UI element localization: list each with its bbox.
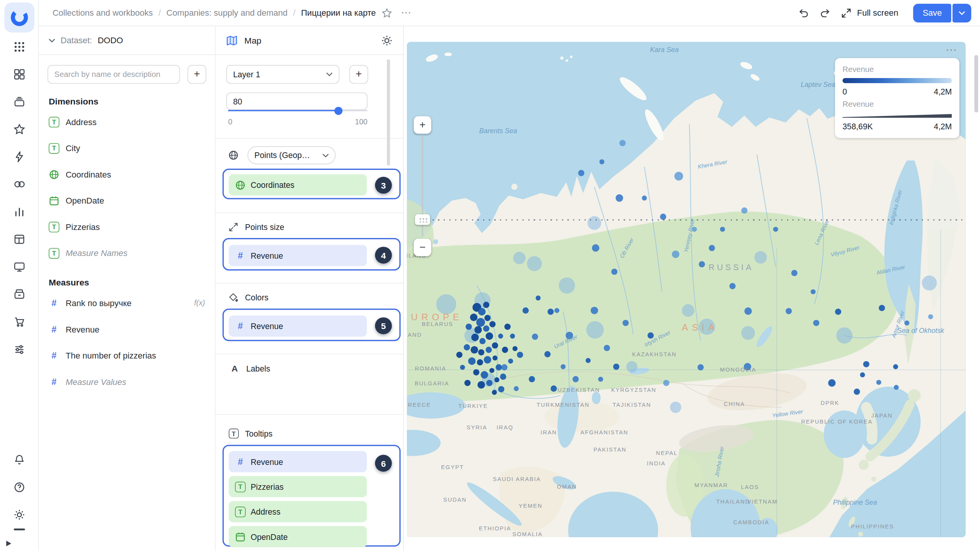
map-point[interactable] bbox=[436, 294, 456, 314]
map-point[interactable] bbox=[613, 364, 619, 370]
map-point[interactable] bbox=[466, 324, 472, 330]
breadcrumb-collections[interactable]: Collections and workbooks bbox=[52, 8, 153, 17]
map-point[interactable] bbox=[611, 269, 617, 275]
map-point[interactable] bbox=[544, 351, 550, 357]
layer-select[interactable]: Layer 1 bbox=[226, 65, 340, 84]
play-icon[interactable] bbox=[5, 540, 13, 548]
dataset-header[interactable]: Dataset: DODO bbox=[39, 26, 215, 55]
field-rank[interactable]: # Rank по выручке f(x) bbox=[39, 290, 215, 316]
map-point[interactable] bbox=[486, 333, 493, 340]
map-point[interactable] bbox=[476, 318, 485, 327]
all-services-grid-icon[interactable] bbox=[13, 41, 25, 53]
map-point[interactable] bbox=[904, 321, 909, 326]
field-coordinates[interactable]: Coordinates bbox=[39, 161, 215, 187]
map-point[interactable] bbox=[529, 376, 535, 382]
map-point[interactable] bbox=[672, 251, 679, 258]
map-point[interactable] bbox=[483, 302, 489, 308]
map-point[interactable] bbox=[560, 364, 565, 369]
chip-tooltip-address[interactable]: T Address bbox=[229, 501, 367, 522]
map-point[interactable] bbox=[619, 140, 626, 146]
map-point[interactable] bbox=[473, 369, 479, 375]
map-point[interactable] bbox=[835, 309, 841, 315]
map-point[interactable] bbox=[720, 227, 725, 232]
map-point[interactable] bbox=[477, 359, 483, 365]
map-point[interactable] bbox=[550, 385, 557, 391]
map-point[interactable] bbox=[566, 332, 573, 339]
chart-settings-gear-icon[interactable] bbox=[381, 34, 393, 47]
map-point[interactable] bbox=[486, 347, 492, 353]
map-point[interactable] bbox=[501, 364, 507, 370]
map-point[interactable] bbox=[697, 364, 704, 370]
map-point[interactable] bbox=[863, 361, 869, 367]
map-point[interactable] bbox=[502, 347, 508, 353]
map-point[interactable] bbox=[547, 309, 554, 315]
map-point[interactable] bbox=[854, 389, 860, 395]
dataset-name[interactable]: DODO bbox=[98, 36, 123, 45]
map-point[interactable] bbox=[828, 379, 836, 387]
map-point[interactable] bbox=[464, 380, 470, 386]
layers-icon[interactable] bbox=[13, 96, 25, 108]
map-point[interactable] bbox=[699, 261, 705, 267]
map-point[interactable] bbox=[860, 372, 865, 377]
field-measure-values[interactable]: # Measure Values bbox=[39, 368, 215, 395]
map-point[interactable] bbox=[586, 321, 604, 339]
bell-icon[interactable] bbox=[13, 453, 25, 466]
map-point[interactable] bbox=[474, 326, 482, 334]
map-point[interactable] bbox=[604, 345, 610, 351]
monitor-icon[interactable] bbox=[13, 261, 25, 273]
map-point[interactable] bbox=[591, 307, 598, 315]
map-point[interactable] bbox=[578, 170, 584, 176]
star-icon[interactable] bbox=[13, 123, 25, 136]
table-icon[interactable] bbox=[13, 233, 25, 246]
map-point[interactable] bbox=[464, 344, 470, 350]
favorite-star-icon[interactable] bbox=[381, 7, 392, 18]
breadcrumb-more-icon[interactable]: ⋯ bbox=[401, 6, 412, 19]
map-point[interactable] bbox=[489, 321, 495, 327]
map-point[interactable] bbox=[510, 334, 515, 339]
breadcrumb-workbook[interactable]: Companies: supply and demand bbox=[167, 8, 287, 17]
map-point[interactable] bbox=[486, 380, 492, 386]
map-point[interactable] bbox=[598, 377, 603, 381]
map-point[interactable] bbox=[514, 386, 519, 391]
map-point[interactable] bbox=[622, 320, 629, 326]
map-point[interactable] bbox=[741, 207, 747, 214]
archive-icon[interactable] bbox=[13, 288, 25, 301]
datalens-logo[interactable] bbox=[4, 3, 34, 33]
map-point[interactable] bbox=[744, 307, 752, 315]
map-point[interactable] bbox=[471, 334, 479, 341]
map-point[interactable] bbox=[468, 357, 476, 365]
map-point[interactable] bbox=[670, 402, 681, 413]
opacity-slider[interactable] bbox=[228, 110, 368, 112]
map-point[interactable] bbox=[791, 270, 797, 276]
map-point[interactable] bbox=[498, 334, 503, 339]
map-point[interactable] bbox=[642, 196, 647, 201]
field-pizzerias[interactable]: T Pizzerias bbox=[39, 214, 215, 240]
help-icon[interactable] bbox=[13, 481, 25, 494]
chip-coordinates[interactable]: Coordinates bbox=[229, 174, 367, 196]
map-point[interactable] bbox=[508, 359, 513, 364]
map-point[interactable] bbox=[517, 352, 523, 358]
chip-points-size-revenue[interactable]: # Revenue bbox=[229, 245, 367, 266]
gear-icon[interactable] bbox=[13, 509, 25, 521]
squares-grid-icon[interactable] bbox=[13, 68, 25, 81]
map-point[interactable] bbox=[484, 315, 490, 321]
map-point[interactable] bbox=[928, 314, 933, 319]
map-point[interactable] bbox=[505, 324, 511, 330]
geotype-select[interactable]: Points (Geop… bbox=[248, 146, 336, 164]
sliders-icon[interactable] bbox=[13, 343, 25, 355]
field-address[interactable]: T Address bbox=[39, 109, 215, 135]
chip-tooltip-opendate[interactable]: OpenDate bbox=[229, 526, 367, 548]
field-measure-names[interactable]: T Measure Names bbox=[39, 240, 215, 266]
map-point[interactable] bbox=[729, 283, 735, 289]
map-point[interactable] bbox=[554, 308, 559, 313]
map-point[interactable] bbox=[527, 256, 542, 271]
map-point[interactable] bbox=[588, 216, 601, 230]
map-point[interactable] bbox=[493, 355, 498, 360]
map-point[interactable] bbox=[483, 326, 489, 332]
map-point[interactable] bbox=[492, 390, 497, 395]
map-point[interactable] bbox=[663, 380, 669, 386]
map-point[interactable] bbox=[523, 307, 529, 313]
ruler-handle[interactable] bbox=[415, 214, 430, 225]
map-point[interactable] bbox=[744, 363, 751, 371]
map-point[interactable] bbox=[675, 172, 683, 181]
